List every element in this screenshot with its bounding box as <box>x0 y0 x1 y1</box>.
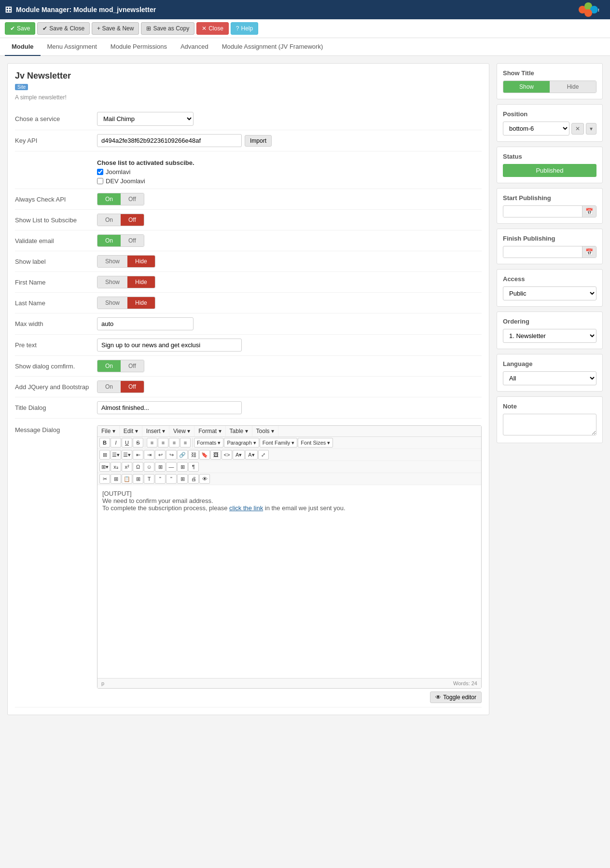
tb-underline[interactable]: U <box>122 438 132 448</box>
checkbox-dev-joomlavi[interactable]: DEV Joomlavi <box>97 177 482 185</box>
access-select[interactable]: Public Registered Special <box>503 286 596 300</box>
tb-fullscreen[interactable]: ⤢ <box>258 450 269 460</box>
editor-menu-edit[interactable]: Edit ▾ <box>120 426 142 436</box>
editor-menu-insert[interactable]: Insert ▾ <box>142 426 169 436</box>
close-button[interactable]: ✕ Close <box>196 22 229 35</box>
tb-list-unordered[interactable]: ☰▾ <box>111 450 121 460</box>
checkbox-joomlavi[interactable]: Joomlavi <box>97 168 482 176</box>
finish-publishing-input[interactable] <box>503 247 582 258</box>
show-list-subscribe-off[interactable]: Off <box>121 214 144 226</box>
editor-menu-view[interactable]: View ▾ <box>169 426 194 436</box>
show-dialog-off[interactable]: Off <box>121 360 144 372</box>
tb-nonbreaking[interactable]: ¶ <box>188 462 199 472</box>
tb-visual-aid[interactable]: 👁 <box>199 474 210 484</box>
tb-justify[interactable]: ≡ <box>180 438 191 448</box>
editor-menu-format[interactable]: Format ▾ <box>194 426 225 436</box>
validate-email-on[interactable]: On <box>97 235 121 246</box>
tb-align-left[interactable]: ≡ <box>147 438 157 448</box>
show-title-show-btn[interactable]: Show <box>503 81 550 93</box>
checkbox-joomlavi-input[interactable] <box>97 169 103 175</box>
tb-print[interactable]: 🖨 <box>188 474 199 484</box>
editor-content[interactable]: [OUTPUT] We need to confirm your email a… <box>97 485 481 678</box>
save-new-button[interactable]: + Save & New <box>92 22 139 35</box>
validate-email-off[interactable]: Off <box>121 235 144 246</box>
tb-subscript[interactable]: x₂ <box>111 462 121 472</box>
tb-source[interactable]: ⊞ <box>133 474 143 484</box>
always-check-api-on[interactable]: On <box>97 193 121 205</box>
last-name-hide[interactable]: Hide <box>127 297 155 309</box>
tb-blockquote-close[interactable]: " <box>166 474 177 484</box>
import-button[interactable]: Import <box>245 135 272 147</box>
add-jquery-off[interactable]: Off <box>121 381 144 393</box>
pre-text-input[interactable] <box>97 339 242 352</box>
note-textarea[interactable] <box>503 414 596 435</box>
checkbox-dev-joomlavi-input[interactable] <box>97 178 103 184</box>
always-check-api-off[interactable]: Off <box>121 193 144 205</box>
show-dialog-on[interactable]: On <box>97 360 121 372</box>
save-copy-button[interactable]: ⊞ Save as Copy <box>141 22 194 35</box>
tb-superscript[interactable]: x² <box>122 462 132 472</box>
tb-paragraph[interactable]: Paragraph ▾ <box>224 438 259 448</box>
tb-copy[interactable]: ⊞ <box>111 474 121 484</box>
tb-formats[interactable]: Formats ▾ <box>194 438 223 448</box>
tb-align-center[interactable]: ≡ <box>158 438 168 448</box>
tb-italic[interactable]: I <box>111 438 121 448</box>
tb-hr[interactable]: — <box>166 462 177 472</box>
editor-menu-table[interactable]: Table ▾ <box>226 426 252 436</box>
position-dropdown-button[interactable]: ▾ <box>586 123 596 135</box>
show-label-show[interactable]: Show <box>97 256 127 267</box>
tb-backcolor[interactable]: A▾ <box>245 450 257 460</box>
max-width-input[interactable] <box>97 317 194 330</box>
tb-bookmark[interactable]: 🔖 <box>199 450 210 460</box>
tb-image[interactable]: 🖼 <box>210 450 221 460</box>
tb-redo[interactable]: ↪ <box>166 450 177 460</box>
tab-advanced[interactable]: Advanced <box>174 38 215 56</box>
ordering-select[interactable]: 1. Newsletter <box>503 329 596 343</box>
language-select[interactable]: All <box>503 371 596 385</box>
tb-strikethrough[interactable]: S <box>133 438 143 448</box>
tb-unlink[interactable]: ⛓ <box>188 450 199 460</box>
tab-jv-framework[interactable]: Module Assignment (JV Framework) <box>215 38 330 56</box>
last-name-show[interactable]: Show <box>97 297 127 309</box>
tb-list-ordered[interactable]: ☰▾ <box>122 450 132 460</box>
help-button[interactable]: ? Help <box>231 22 258 35</box>
tb-preview[interactable]: ⊞ <box>177 474 188 484</box>
tb-font-sizes[interactable]: Font Sizes ▾ <box>298 438 333 448</box>
add-jquery-on[interactable]: On <box>97 381 121 393</box>
tb-align-right[interactable]: ≡ <box>169 438 180 448</box>
tb-paste[interactable]: 📋 <box>122 474 132 484</box>
tb-bold[interactable]: B <box>99 438 110 448</box>
save-close-button[interactable]: ✔ Save & Close <box>37 22 90 35</box>
tb-paste-text[interactable]: T <box>144 474 154 484</box>
tb-link[interactable]: 🔗 <box>177 450 188 460</box>
tb-font-family[interactable]: Font Family ▾ <box>260 438 298 448</box>
tb-outdent[interactable]: ⇤ <box>133 450 143 460</box>
tb-special-char[interactable]: Ω <box>133 462 143 472</box>
tb-forecolor[interactable]: A▾ <box>233 450 245 460</box>
first-name-hide[interactable]: Hide <box>127 276 155 288</box>
tb-code[interactable]: <> <box>222 450 232 460</box>
tab-menu-assignment[interactable]: Menu Assignment <box>41 38 104 56</box>
tb-indent[interactable]: ⇥ <box>144 450 154 460</box>
start-publishing-calendar-icon[interactable]: 📅 <box>582 206 596 217</box>
tb-undo[interactable]: ↩ <box>155 450 166 460</box>
first-name-show[interactable]: Show <box>97 276 127 288</box>
tb-table[interactable]: ⊞▾ <box>99 462 110 472</box>
key-api-input[interactable] <box>97 134 242 147</box>
show-title-hide-btn[interactable]: Hide <box>550 81 596 93</box>
save-button[interactable]: ✔ Save <box>5 22 35 35</box>
tab-module-permissions[interactable]: Module Permissions <box>104 38 174 56</box>
title-dialog-input[interactable] <box>97 401 242 414</box>
show-label-hide[interactable]: Hide <box>127 256 155 267</box>
editor-link[interactable]: click the link <box>229 504 263 512</box>
show-list-subscribe-on[interactable]: On <box>97 214 121 226</box>
tb-cut[interactable]: ✂ <box>99 474 110 484</box>
tb-blockquote-open[interactable]: " <box>155 474 166 484</box>
tb-pagebreak[interactable]: ⊞ <box>177 462 188 472</box>
editor-menu-tools[interactable]: Tools ▾ <box>252 426 278 436</box>
tb-emoticons[interactable]: ☺ <box>144 462 154 472</box>
position-select[interactable]: bottom-6 <box>503 122 569 136</box>
tab-module[interactable]: Module <box>5 38 41 56</box>
chose-service-select[interactable]: Mail Chimp Campaign Monitor <box>97 112 194 126</box>
position-clear-button[interactable]: ✕ <box>571 123 584 135</box>
